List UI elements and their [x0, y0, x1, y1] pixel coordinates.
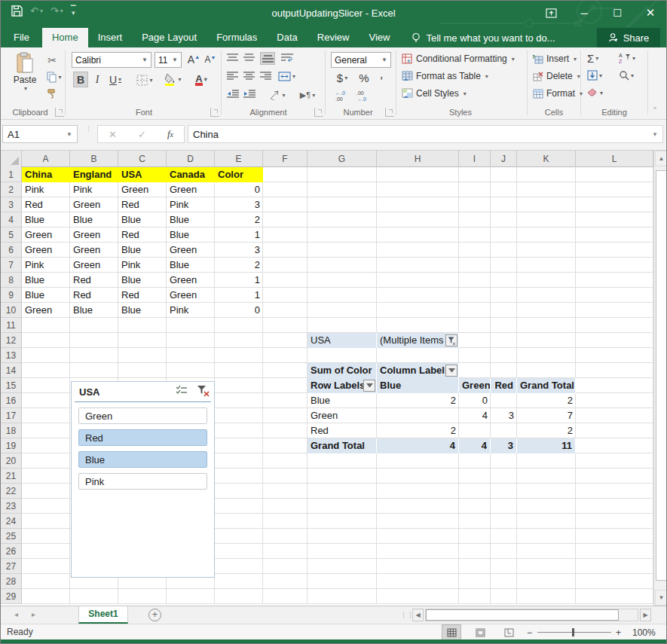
column-header-A[interactable]: A	[22, 151, 70, 167]
zoom-slider[interactable]	[537, 624, 611, 640]
row-header-11[interactable]: 11	[1, 318, 22, 333]
cell-E4[interactable]: 2	[215, 212, 263, 227]
column-header-D[interactable]: D	[167, 151, 215, 167]
accounting-format-button[interactable]: $▾	[332, 70, 352, 85]
cut-button[interactable]: ✂	[43, 53, 61, 67]
cell-G14[interactable]: Sum of Color	[307, 363, 377, 378]
vertical-scrollbar[interactable]: ▲ ▼	[653, 151, 667, 606]
cell-D3[interactable]: Pink	[167, 197, 215, 212]
new-sheet-button[interactable]: +	[148, 609, 161, 621]
row-header-9[interactable]: 9	[1, 288, 22, 303]
ribbon-tab-file[interactable]: File	[1, 28, 42, 47]
percent-style-button[interactable]: %	[356, 70, 372, 85]
row-header-5[interactable]: 5	[1, 227, 22, 243]
slicer-clear-filter-icon[interactable]	[197, 385, 210, 397]
clipboard-dialog-launcher[interactable]	[55, 108, 64, 117]
slicer-item-blue[interactable]: Blue	[78, 451, 207, 468]
increase-indent-button[interactable]	[243, 90, 255, 99]
row-header-4[interactable]: 4	[1, 212, 22, 227]
sheet-nav-arrows[interactable]: ◂▸	[14, 610, 49, 618]
pivot-row-labels-dropdown-icon[interactable]	[363, 380, 375, 392]
scroll-up-icon[interactable]: ▲	[655, 151, 667, 166]
column-header-L[interactable]: L	[576, 151, 653, 167]
row-header-16[interactable]: 16	[1, 393, 22, 408]
confirm-entry-icon[interactable]: ✓	[138, 129, 146, 140]
cell-D5[interactable]: Blue	[167, 227, 215, 243]
top-align-button[interactable]	[227, 53, 238, 63]
ribbon-display-options-button[interactable]	[543, 5, 559, 20]
cell-D8[interactable]: Green	[167, 273, 215, 288]
cell-B9[interactable]: Red	[70, 288, 118, 303]
slicer-multiselect-icon[interactable]	[176, 385, 188, 397]
row-header-24[interactable]: 24	[1, 514, 22, 529]
wrap-text-button[interactable]	[281, 53, 293, 63]
copy-button[interactable]: ▾	[43, 70, 66, 84]
column-header-I[interactable]: I	[459, 151, 491, 167]
row-header-19[interactable]: 19	[1, 438, 22, 453]
borders-button[interactable]: ▾	[133, 73, 156, 87]
zoom-slider-thumb[interactable]	[572, 628, 574, 636]
row-header-28[interactable]: 28	[1, 574, 22, 589]
cell-A8[interactable]: Blue	[22, 273, 70, 288]
merge-center-button[interactable]: ▾	[278, 72, 295, 81]
number-format-combo[interactable]: General▼	[331, 52, 391, 68]
increase-font-button[interactable]: A▲	[186, 52, 201, 67]
page-layout-view-button[interactable]	[470, 624, 490, 640]
cell-C5[interactable]: Red	[118, 227, 167, 243]
row-header-10[interactable]: 10	[1, 303, 22, 318]
paste-button[interactable]: Paste ▾	[8, 52, 41, 92]
format-as-table-button[interactable]: Format as Table▾	[402, 71, 488, 81]
cell-D6[interactable]: Green	[167, 243, 215, 258]
align-center-button[interactable]	[243, 72, 255, 81]
ribbon-tab-insert[interactable]: Insert	[88, 28, 133, 47]
share-button[interactable]: Share	[597, 28, 660, 47]
font-name-combo[interactable]: Calibri▼	[72, 52, 151, 68]
cell-D9[interactable]: Green	[167, 288, 215, 303]
row-header-23[interactable]: 23	[1, 499, 22, 514]
cell-C9[interactable]: Red	[118, 288, 167, 303]
row-header-7[interactable]: 7	[1, 258, 22, 273]
cell-A10[interactable]: Green	[22, 303, 70, 318]
pivot-column-labels-dropdown-icon[interactable]	[445, 365, 457, 377]
close-button[interactable]: ✕	[642, 5, 659, 20]
row-header-17[interactable]: 17	[1, 408, 22, 423]
cell-A1[interactable]: China	[22, 167, 70, 182]
cell-E7[interactable]: 2	[215, 258, 263, 273]
slicer-usa[interactable]: USA GreenRedBluePink	[71, 381, 215, 578]
row-header-29[interactable]: 29	[1, 589, 22, 604]
conditional-formatting-button[interactable]: ± Conditional Formatting▾	[402, 53, 515, 64]
scroll-left-icon[interactable]: ◀	[412, 609, 424, 621]
font-size-combo[interactable]: 11▼	[155, 52, 182, 68]
page-break-view-button[interactable]	[499, 624, 519, 640]
insert-function-icon[interactable]: fx	[167, 128, 173, 140]
text-direction-button[interactable]: ▶¶▾	[296, 88, 319, 102]
font-dialog-launcher[interactable]	[210, 108, 219, 117]
bottom-align-button[interactable]	[260, 52, 275, 65]
cell-C3[interactable]: Red	[118, 197, 167, 212]
cell-D7[interactable]: Blue	[167, 258, 215, 273]
cell-K17[interactable]: 7	[517, 408, 576, 423]
formula-input[interactable]: China▼	[188, 125, 663, 143]
pivot-report-filter-icon[interactable]	[445, 334, 457, 346]
ribbon-tab-review[interactable]: Review	[307, 28, 360, 47]
cell-I19[interactable]: 4	[459, 438, 491, 453]
cell-H15[interactable]: Blue	[377, 378, 459, 393]
number-dialog-launcher[interactable]	[385, 108, 394, 117]
cell-C1[interactable]: USA	[118, 167, 167, 182]
cell-D10[interactable]: Pink	[167, 303, 215, 318]
cell-B3[interactable]: Green	[70, 197, 118, 212]
vertical-scroll-thumb[interactable]	[656, 170, 667, 581]
cell-I16[interactable]: 0	[459, 393, 491, 408]
slicer-item-red[interactable]: Red	[78, 429, 207, 446]
slicer-item-pink[interactable]: Pink	[78, 473, 207, 490]
format-cells-button[interactable]: Format▾	[533, 88, 583, 99]
cell-B1[interactable]: England	[70, 167, 118, 182]
row-header-15[interactable]: 15	[1, 378, 22, 393]
format-painter-button[interactable]	[43, 87, 61, 100]
cell-B10[interactable]: Blue	[70, 303, 118, 318]
cell-H18[interactable]: 2	[377, 423, 459, 438]
name-box[interactable]: A1▼	[2, 125, 78, 143]
insert-cells-button[interactable]: Insert▾	[533, 53, 577, 64]
cell-B6[interactable]: Green	[70, 243, 118, 258]
clear-button[interactable]: ▾	[587, 88, 603, 97]
